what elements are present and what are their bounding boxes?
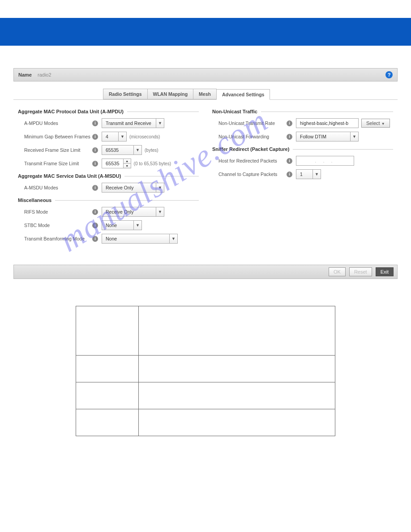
unit-ampdu-recv: (bytes) (145, 148, 158, 153)
chevron-down-icon: ▼ (133, 221, 141, 230)
info-icon[interactable]: i (287, 172, 292, 177)
select-sniffer-chan[interactable]: 1▼ (296, 169, 321, 179)
tab-row: Radio Settings WLAN Mapping Mesh Advance… (13, 89, 398, 100)
label-nonuni-rate: Non-Unicast Transmit Rate (218, 120, 286, 126)
footer-bar: OK Reset Exit (13, 265, 398, 279)
tab-advanced-settings[interactable]: Advanced Settings (216, 89, 270, 100)
reset-button[interactable]: Reset (349, 267, 372, 276)
select-nonuni-fwd[interactable]: Follow DTIM▼ (296, 132, 359, 142)
select-stbc[interactable]: None▼ (102, 220, 142, 230)
unit-ampdu-gap: (microseconds) (129, 134, 160, 139)
chevron-down-icon: ▼ (313, 170, 321, 179)
info-icon[interactable]: i (92, 147, 98, 153)
tab-mesh[interactable]: Mesh (193, 89, 217, 99)
select-ampdu-gap[interactable]: 4▼ (102, 132, 127, 142)
select-amsdu-modes[interactable]: Receive Only▼ (102, 183, 164, 193)
top-banner (0, 18, 411, 46)
chevron-down-icon: ▼ (156, 183, 164, 192)
label-sniffer-host: Host for Redirected Packets (218, 158, 286, 163)
spinner-ampdu-xmit[interactable]: 65535 ▲▼ (102, 159, 131, 168)
chevron-down-icon: ▼ (156, 119, 164, 128)
section-amsdu: Aggregate MAC Service Data Unit (A-MSDU) (18, 173, 199, 179)
label-sniffer-chan: Channel to Capture Packets (218, 172, 286, 177)
info-icon[interactable]: i (92, 185, 98, 191)
info-icon[interactable]: i (92, 236, 98, 242)
label-rifs: RIFS Mode (24, 209, 91, 215)
input-nonuni-rate[interactable]: highest-basic,highest-b (296, 118, 359, 128)
info-icon[interactable]: i (92, 209, 98, 215)
select-rifs[interactable]: Receive Only▼ (102, 207, 164, 217)
select-ampdu-recv[interactable]: 65535▼ (102, 145, 142, 155)
exit-button[interactable]: Exit (376, 267, 394, 276)
info-icon[interactable]: i (287, 120, 292, 126)
chevron-down-icon: ▼ (169, 234, 177, 243)
label-amsdu-modes: A-MSDU Modes (24, 185, 91, 190)
info-icon[interactable]: i (287, 158, 292, 164)
section-sniffer: Sniffer Redirect (Packet Capture) (212, 146, 393, 152)
select-button[interactable]: Select ▼ (361, 119, 390, 128)
help-icon[interactable]: ? (385, 71, 393, 78)
section-nonunicast: Non-Unicast Traffic (212, 109, 393, 114)
chevron-down-icon[interactable]: ▼ (124, 163, 131, 168)
name-bar: Name radio2 ? (13, 68, 398, 82)
tab-wlan-mapping[interactable]: WLAN Mapping (147, 89, 194, 99)
info-icon[interactable]: i (92, 120, 98, 126)
label-nonuni-fwd: Non-Unicast Forwarding (218, 134, 286, 139)
select-ampdu-modes[interactable]: Transmit and Receive▼ (102, 118, 164, 128)
tab-radio-settings[interactable]: Radio Settings (103, 89, 148, 99)
description-table (76, 306, 335, 436)
name-value: radio2 (38, 72, 51, 77)
section-misc: Miscellaneous (18, 197, 199, 203)
chevron-down-icon: ▼ (118, 132, 126, 141)
chevron-down-icon: ▼ (381, 122, 385, 126)
info-icon[interactable]: i (287, 134, 292, 140)
select-beam[interactable]: None▼ (102, 234, 178, 244)
chevron-down-icon: ▼ (156, 207, 164, 216)
info-icon[interactable]: i (92, 134, 98, 140)
info-icon[interactable]: i (92, 223, 98, 228)
name-label: Name (18, 72, 32, 77)
label-ampdu-xmit: Transmit Frame Size Limit (24, 161, 91, 166)
ok-button[interactable]: OK (329, 267, 346, 276)
chevron-up-icon[interactable]: ▲ (124, 159, 131, 163)
label-beam: Transmit Beamforming Mode (24, 236, 91, 241)
label-ampdu-modes: A-MPDU Modes (24, 120, 91, 126)
chevron-down-icon: ▼ (133, 146, 141, 154)
label-ampdu-recv: Received Frame Size Limit (24, 147, 91, 153)
section-ampdu: Aggregate MAC Protocol Data Unit (A-MPDU… (18, 109, 199, 114)
label-ampdu-gap: Minimum Gap Between Frames (24, 134, 91, 139)
unit-ampdu-xmit: (0 to 65,535 bytes) (134, 161, 171, 166)
input-sniffer-host[interactable]: . . . (296, 156, 354, 166)
chevron-down-icon: ▼ (350, 132, 358, 141)
info-icon[interactable]: i (92, 161, 98, 167)
label-stbc: STBC Mode (24, 223, 91, 228)
